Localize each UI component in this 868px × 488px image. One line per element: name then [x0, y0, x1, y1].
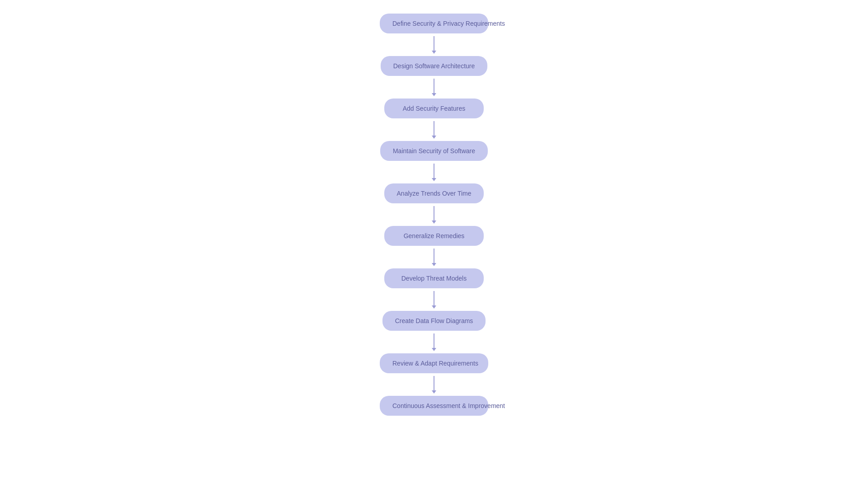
arrow-line	[434, 249, 434, 263]
arrow-head	[432, 221, 436, 224]
node-10[interactable]: Continuous Assessment & Improvement	[380, 396, 488, 416]
arrow-2	[432, 76, 436, 99]
arrow-head	[432, 348, 436, 351]
arrow-head	[432, 93, 436, 96]
arrow-line	[434, 376, 434, 390]
flowchart: Define Security & Privacy RequirementsDe…	[380, 5, 488, 425]
arrow-line	[434, 121, 434, 136]
arrow-head	[432, 136, 436, 139]
node-4[interactable]: Maintain Security of Software	[380, 141, 488, 161]
arrow-8	[432, 331, 436, 353]
node-3[interactable]: Add Security Features	[384, 99, 484, 118]
arrow-head	[432, 390, 436, 394]
node-7[interactable]: Develop Threat Models	[384, 268, 484, 288]
arrow-line	[434, 36, 434, 51]
arrow-line	[434, 333, 434, 348]
arrow-line	[434, 164, 434, 178]
arrow-head	[432, 305, 436, 309]
arrow-head	[432, 263, 436, 266]
arrow-7	[432, 288, 436, 311]
node-2[interactable]: Design Software Architecture	[381, 56, 488, 76]
arrow-5	[432, 203, 436, 226]
arrow-head	[432, 51, 436, 54]
arrow-head	[432, 178, 436, 181]
node-8[interactable]: Create Data Flow Diagrams	[382, 311, 486, 331]
node-5[interactable]: Analyze Trends Over Time	[384, 183, 484, 203]
node-6[interactable]: Generalize Remedies	[384, 226, 484, 246]
arrow-line	[434, 79, 434, 93]
arrow-3	[432, 118, 436, 141]
arrow-line	[434, 206, 434, 221]
node-9[interactable]: Review & Adapt Requirements	[380, 353, 488, 373]
arrow-6	[432, 246, 436, 268]
arrow-4	[432, 161, 436, 183]
arrow-1	[432, 33, 436, 56]
node-1[interactable]: Define Security & Privacy Requirements	[380, 14, 488, 33]
arrow-line	[434, 291, 434, 305]
arrow-9	[432, 373, 436, 396]
